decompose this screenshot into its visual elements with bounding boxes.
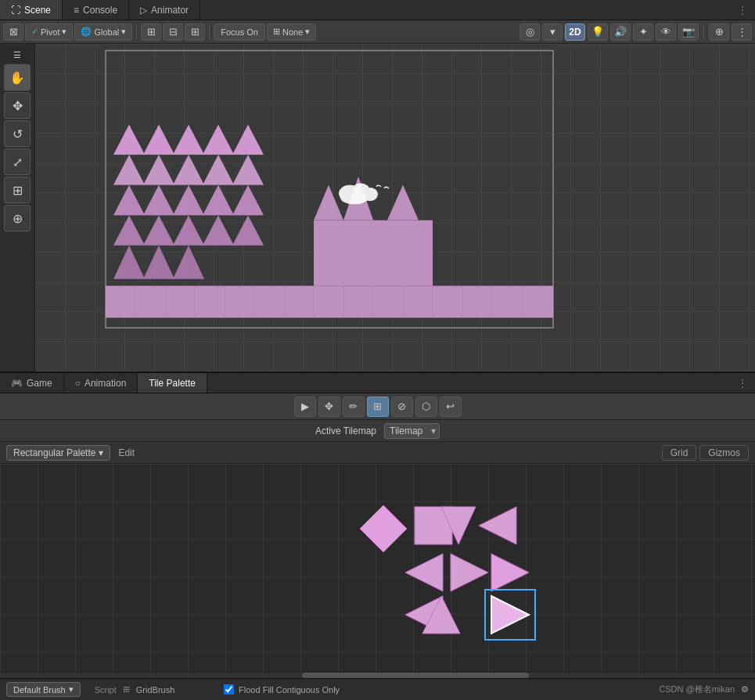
tile-palette-tab-label: Tile Palette [149, 378, 196, 389]
tab-animator[interactable]: ▷ Animator [129, 0, 200, 20]
scene-viewport[interactable] [35, 44, 755, 372]
palette-grid-btn[interactable]: Grid [662, 445, 697, 461]
tab-game[interactable]: 🎮 Game [0, 373, 64, 393]
svg-marker-50 [360, 505, 407, 552]
svg-point-49 [340, 191, 369, 204]
palette-scroll-thumb [302, 673, 529, 678]
brush-chevron-icon: ▾ [69, 684, 74, 695]
tab-tile-palette[interactable]: Tile Palette [138, 373, 207, 393]
audio-btn[interactable]: 🔊 [610, 23, 631, 41]
flood-checkbox[interactable] [224, 684, 234, 695]
top-tab-bar: ⛶ Scene ≡ Console ▷ Animator ⋮ [0, 0, 755, 20]
menu-tool-btn[interactable]: ☰ [4, 47, 31, 63]
svg-marker-37 [232, 185, 264, 215]
tilemap-select-wrap: Tilemap [384, 423, 440, 439]
scene-tab-icon: ⛶ [11, 5, 20, 16]
active-tilemap-label: Active Tilemap [315, 425, 376, 436]
global-label: Global [94, 27, 119, 37]
transform-handle-btn[interactable]: ⊠ [3, 23, 23, 41]
svg-marker-39 [143, 215, 174, 246]
move-tile-tool[interactable]: ✥ [318, 397, 340, 417]
select-tile-tool[interactable]: ▶ [294, 397, 316, 417]
svg-rect-18 [373, 221, 403, 286]
palette-name-btn[interactable]: Rectangular Palette ▾ [6, 445, 110, 461]
fx-btn[interactable]: ✦ [633, 23, 653, 41]
tile-palette-grid[interactable] [0, 464, 755, 672]
tab-scene[interactable]: ⛶ Scene [0, 0, 63, 20]
snap-btn[interactable]: ⊟ [163, 23, 183, 41]
grid-brush-label: GridBrush [136, 685, 175, 695]
animator-tab-icon: ▷ [140, 5, 147, 16]
box-tile-tool[interactable]: ⊞ [367, 397, 389, 417]
fill-tile-tool[interactable]: ⬡ [415, 397, 437, 417]
csdn-label: CSDN @椎名mikan [659, 684, 735, 695]
svg-rect-17 [343, 221, 373, 286]
toolbar-right: ◎ ▾ 2D 💡 🔊 ✦ 👁 📷 ⊕ ⋮ [520, 23, 752, 41]
camera-btn[interactable]: 📷 [678, 23, 699, 41]
svg-marker-32 [232, 155, 264, 185]
svg-marker-29 [143, 155, 174, 185]
tilemap-select[interactable]: Tilemap [384, 423, 440, 439]
palette-canvas [0, 464, 755, 672]
more-btn[interactable]: ⋮ [732, 23, 752, 41]
rect-tool-btn[interactable]: ⊞ [4, 177, 31, 203]
svg-marker-40 [173, 215, 204, 246]
pick-tile-tool[interactable]: ⊘ [391, 397, 413, 417]
palette-edit-btn[interactable]: Edit [110, 446, 142, 460]
layers-btn[interactable]: ⊕ [709, 23, 729, 41]
none-label: None [282, 27, 303, 37]
console-tab-label: Console [83, 5, 117, 16]
pivot-btn[interactable]: ✓ Pivot ▾ [25, 23, 73, 41]
svg-marker-43 [113, 246, 145, 279]
svg-marker-30 [173, 155, 204, 185]
global-chevron-icon: ▾ [121, 27, 126, 37]
paint-tile-tool[interactable]: ✏ [343, 397, 365, 417]
tab-console[interactable]: ≡ Console [63, 0, 129, 20]
tab-animation[interactable]: ○ Animation [64, 373, 138, 393]
scale-tool-btn[interactable]: ⤢ [4, 149, 31, 175]
palette-scroll-bar[interactable] [0, 672, 755, 678]
svg-marker-23 [113, 124, 145, 155]
palette-gizmos-btn[interactable]: Gizmos [699, 445, 749, 461]
none-icon: ⊞ [273, 27, 280, 37]
bottom-tab-more[interactable]: ⋮ [730, 378, 755, 389]
sky-btn[interactable]: ◎ [520, 23, 540, 41]
light-btn[interactable]: 💡 [588, 23, 608, 41]
svg-marker-34 [143, 185, 174, 215]
svg-marker-36 [203, 185, 234, 215]
transform-tool-btn[interactable]: ⊕ [4, 205, 31, 232]
snap2-btn[interactable]: ⊞ [185, 23, 205, 41]
animation-tab-label: Animation [84, 378, 126, 389]
svg-rect-1 [106, 285, 553, 318]
rotate-tool-btn[interactable]: ↺ [4, 120, 31, 147]
svg-marker-27 [232, 124, 264, 155]
move-tool-btn[interactable]: ✥ [4, 92, 31, 119]
eye-btn[interactable]: 👁 [656, 23, 676, 41]
pivot-label: Pivot [41, 27, 59, 37]
pivot-check-icon: ✓ [31, 27, 38, 37]
svg-marker-35 [173, 185, 204, 215]
svg-marker-25 [173, 124, 204, 155]
scene-area: ☰ ✋ ✥ ↺ ⤢ ⊞ ⊕ [0, 44, 755, 372]
bottom-tab-bar: 🎮 Game ○ Animation Tile Palette ⋮ [0, 373, 755, 393]
chevron-drop-btn[interactable]: ▾ [542, 23, 563, 41]
svg-marker-45 [173, 246, 204, 279]
pivot-chevron-icon: ▾ [62, 27, 67, 37]
grid-btn[interactable]: ⊞ [141, 23, 161, 41]
svg-marker-54 [405, 554, 443, 591]
twod-btn[interactable]: 2D [565, 23, 585, 41]
tile-toolbar: ▶ ✥ ✏ ⊞ ⊘ ⬡ ↩ [0, 393, 755, 420]
top-tab-more[interactable]: ⋮ [730, 5, 755, 16]
hand-tool-btn[interactable]: ✋ [4, 64, 31, 91]
left-tools-panel: ☰ ✋ ✥ ↺ ⤢ ⊞ ⊕ [0, 44, 35, 372]
global-btn[interactable]: 🌐 Global ▾ [74, 23, 132, 41]
console-tab-icon: ≡ [74, 5, 79, 16]
rotate-tile-tool[interactable]: ↩ [440, 397, 462, 417]
grid-brush-icon: ⊞ [123, 684, 130, 695]
settings-icon[interactable]: ⚙ [741, 684, 749, 695]
none-btn[interactable]: ⊞ None ▾ [267, 23, 316, 41]
focus-on-btn[interactable]: Focus On [214, 23, 265, 41]
brush-select-btn[interactable]: Default Brush ▾ [6, 682, 81, 697]
palette-name-label: Rectangular Palette [13, 447, 95, 458]
svg-marker-42 [232, 215, 264, 246]
